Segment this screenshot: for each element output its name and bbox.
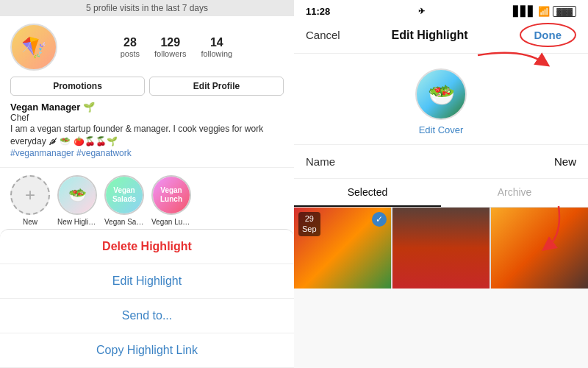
story-label-1: New Higlight: [57, 218, 97, 226]
wifi-icon: 📶: [538, 6, 550, 17]
story-img-1: 🥗: [59, 177, 96, 213]
photo-cell-3[interactable]: [491, 208, 588, 289]
story-circle-1: 🥗: [57, 175, 97, 215]
story-item-2[interactable]: VeganSalads Vegan Salads: [104, 175, 144, 226]
profile-bio: I am a vegan startup founder & manager. …: [10, 123, 284, 148]
profile-name: Vegan Manager 🌱: [10, 102, 284, 113]
posts-label: posts: [121, 49, 140, 58]
profile-info: Vegan Manager 🌱 Chef I am a vegan startu…: [10, 102, 284, 158]
new-story-circle: +: [10, 175, 50, 215]
stat-following: 14 following: [201, 36, 232, 58]
name-label: Name: [306, 155, 335, 168]
cover-circle: 🥗: [415, 68, 467, 120]
date-day: 29: [302, 213, 317, 224]
location-icon: ✈: [418, 7, 425, 16]
stats-row: 28 posts 129 followers 14 following: [69, 36, 284, 58]
story-item-new[interactable]: + New: [10, 175, 50, 226]
signal-icon: ▋▋▋: [513, 6, 535, 17]
date-badge: 29 Sep: [298, 212, 320, 236]
stat-posts: 28 posts: [121, 36, 140, 58]
status-icons: ▋▋▋ 📶 ▓▓▓: [513, 6, 576, 17]
story-item-1[interactable]: 🥗 New Higlight: [57, 175, 97, 226]
story-label-2: Vegan Salads: [104, 218, 144, 226]
story-item-3[interactable]: VeganLunch Vegan Lunch: [151, 175, 191, 226]
visits-text: 5 profile visits in the last 7 days: [86, 3, 208, 13]
cover-section: 🥗 Edit Cover: [294, 54, 588, 145]
delete-highlight-item[interactable]: Delete Highlight: [0, 230, 294, 264]
story-img-2: VeganSalads: [106, 177, 143, 213]
following-count: 14: [210, 36, 223, 49]
photos-grid: 29 Sep ✓: [294, 208, 588, 289]
cancel-button[interactable]: Cancel: [306, 29, 340, 41]
profile-visits-bar: 5 profile visits in the last 7 days: [0, 0, 294, 16]
date-month: Sep: [302, 224, 317, 234]
name-row: Name New: [294, 145, 588, 179]
edit-profile-button[interactable]: Edit Profile: [149, 77, 284, 96]
profile-buttons: Promotions Edit Profile: [10, 77, 284, 96]
profile-header: 🪁 28 posts 129 followers 14 following Pr…: [0, 16, 294, 167]
story-circle-3: VeganLunch: [151, 175, 191, 215]
following-label: following: [201, 49, 232, 58]
name-value[interactable]: New: [554, 155, 576, 168]
tab-selected[interactable]: Selected: [294, 179, 441, 207]
edit-highlight-item[interactable]: Edit Highlight: [0, 264, 294, 299]
done-button[interactable]: Done: [520, 23, 577, 47]
photo-cell-1[interactable]: 29 Sep ✓: [294, 208, 391, 289]
profile-hashtags: #veganmanager #veganatwork: [10, 148, 284, 158]
copy-highlight-link-item[interactable]: Copy Highlight Link: [0, 333, 294, 368]
status-bar: 11:28 ✈ ▋▋▋ 📶 ▓▓▓: [294, 0, 588, 20]
context-menu: Delete Highlight Edit Highlight Send to.…: [0, 229, 294, 368]
profile-title: Chef: [10, 113, 284, 123]
avatar: 🪁: [10, 24, 57, 71]
photo-cell-2[interactable]: [392, 208, 490, 289]
new-story-label: New: [23, 218, 37, 226]
story-circle-2: VeganSalads: [104, 175, 144, 215]
tab-archive[interactable]: Archive: [441, 179, 588, 207]
battery-icon: ▓▓▓: [553, 6, 576, 17]
profile-top: 🪁 28 posts 129 followers 14 following: [10, 24, 284, 71]
story-img-3: VeganLunch: [153, 177, 190, 213]
stories-row: + New 🥗 New Higlight VeganSalads Vegan S…: [0, 167, 294, 233]
left-panel: 5 profile visits in the last 7 days 🪁 28…: [0, 0, 294, 368]
promotions-button[interactable]: Promotions: [10, 77, 145, 96]
edit-cover-label[interactable]: Edit Cover: [419, 124, 464, 135]
time-display: 11:28: [306, 6, 330, 17]
edit-highlight-title: Edit Highlight: [392, 29, 468, 42]
tabs-row: Selected Archive: [294, 179, 588, 208]
posts-count: 28: [123, 36, 137, 49]
followers-label: followers: [154, 49, 186, 58]
selected-badge: ✓: [372, 212, 387, 227]
stat-followers: 129 followers: [154, 36, 186, 58]
right-panel: 11:28 ✈ ▋▋▋ 📶 ▓▓▓ Cancel Edit Highlight …: [294, 0, 588, 368]
followers-count: 129: [160, 36, 180, 49]
nav-bar: Cancel Edit Highlight Done: [294, 20, 588, 54]
story-label-3: Vegan Lunch: [151, 218, 191, 226]
send-to-item[interactable]: Send to...: [0, 299, 294, 333]
